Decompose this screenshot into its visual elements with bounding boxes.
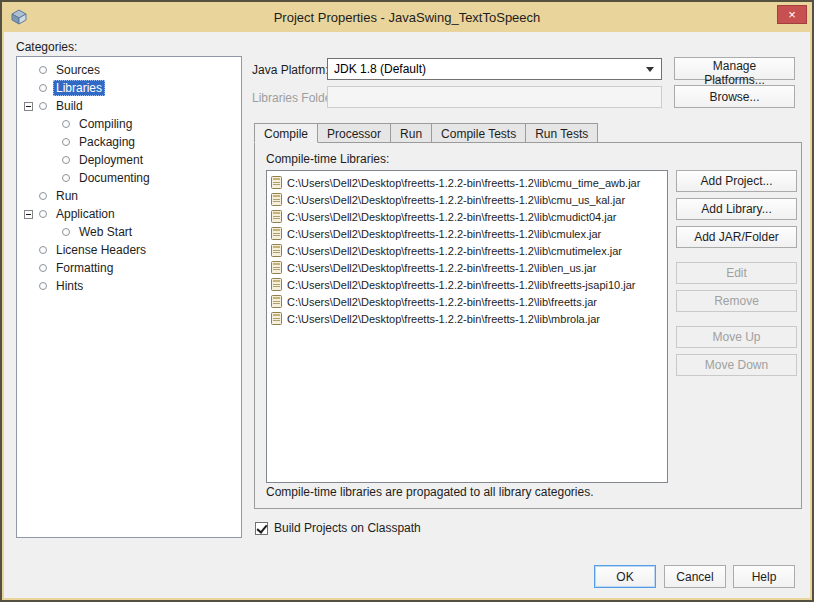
- category-tree-item[interactable]: Build: [17, 97, 241, 115]
- library-list-item[interactable]: C:\Users\Dell2\Desktop\freetts-1.2.2-bin…: [267, 276, 667, 293]
- library-list-item[interactable]: C:\Users\Dell2\Desktop\freetts-1.2.2-bin…: [267, 208, 667, 225]
- libraries-propagation-note: Compile-time libraries are propagated to…: [266, 485, 593, 499]
- close-icon[interactable]: ×: [777, 5, 807, 24]
- category-tree-item[interactable]: Web Start: [17, 223, 241, 241]
- library-list-item[interactable]: C:\Users\Dell2\Desktop\freetts-1.2.2-bin…: [267, 191, 667, 208]
- category-item-label: Formatting: [53, 260, 116, 276]
- jar-file-icon: [271, 193, 282, 206]
- library-action-button: Edit: [676, 262, 797, 284]
- categories-tree[interactable]: Sources Libraries Build Compiling Packag…: [16, 56, 242, 538]
- java-platform-label: Java Platform:: [252, 63, 329, 77]
- library-tab[interactable]: Run: [391, 123, 432, 143]
- category-item-label: Compiling: [76, 116, 135, 132]
- category-tree-item[interactable]: Libraries: [17, 79, 241, 97]
- jar-file-icon: [271, 227, 282, 240]
- tab-label: Run: [400, 127, 422, 141]
- tree-expander-minus-icon[interactable]: [24, 210, 33, 219]
- library-list-item[interactable]: C:\Users\Dell2\Desktop\freetts-1.2.2-bin…: [267, 259, 667, 276]
- tab-label: Run Tests: [535, 127, 588, 141]
- jar-file-icon: [271, 244, 282, 257]
- help-button[interactable]: Help: [733, 565, 795, 588]
- category-item-label: Run: [53, 188, 81, 204]
- library-tab[interactable]: Compile Tests: [432, 123, 526, 143]
- chevron-down-icon: [646, 67, 654, 72]
- library-list-item[interactable]: C:\Users\Dell2\Desktop\freetts-1.2.2-bin…: [267, 242, 667, 259]
- category-item-label: Application: [53, 206, 118, 222]
- category-item-label: Documenting: [76, 170, 153, 186]
- category-item-label: Sources: [53, 62, 103, 78]
- category-node-icon: [39, 246, 47, 254]
- library-action-button[interactable]: Add Library...: [676, 198, 797, 220]
- netbeans-logo-icon[interactable]: [11, 9, 27, 25]
- libraries-folder-label: Libraries Folder:: [252, 91, 339, 105]
- category-tree-item[interactable]: Deployment: [17, 151, 241, 169]
- category-node-icon: [39, 102, 47, 110]
- category-node-icon: [39, 264, 47, 272]
- build-projects-on-classpath-row[interactable]: Build Projects on Classpath: [255, 521, 421, 535]
- java-platform-select[interactable]: JDK 1.8 (Default): [327, 58, 662, 80]
- jar-path-text: C:\Users\Dell2\Desktop\freetts-1.2.2-bin…: [287, 296, 597, 308]
- category-item-label: Hints: [53, 278, 86, 294]
- jar-path-text: C:\Users\Dell2\Desktop\freetts-1.2.2-bin…: [287, 177, 640, 189]
- category-tree-item[interactable]: License Headers: [17, 241, 241, 259]
- category-node-icon: [62, 174, 70, 182]
- browse-button[interactable]: Browse...: [674, 85, 795, 108]
- project-properties-dialog: Project Properties - JavaSwing_TextToSpe…: [0, 0, 814, 602]
- cancel-button[interactable]: Cancel: [664, 565, 726, 588]
- window-title: Project Properties - JavaSwing_TextToSpe…: [2, 10, 812, 25]
- category-item-label: Libraries: [53, 80, 105, 96]
- checkbox-checked-icon[interactable]: [255, 522, 268, 535]
- library-list-item[interactable]: C:\Users\Dell2\Desktop\freetts-1.2.2-bin…: [267, 310, 667, 327]
- category-node-icon: [39, 192, 47, 200]
- category-node-icon: [62, 156, 70, 164]
- jar-path-text: C:\Users\Dell2\Desktop\freetts-1.2.2-bin…: [287, 245, 622, 257]
- category-tree-item[interactable]: Hints: [17, 277, 241, 295]
- library-action-buttons: Add Project... Add Library... Add JAR/Fo…: [676, 170, 797, 382]
- tree-expander-minus-icon[interactable]: [24, 102, 33, 111]
- library-action-button: Remove: [676, 290, 797, 312]
- library-action-button[interactable]: Add Project...: [676, 170, 797, 192]
- titlebar[interactable]: Project Properties - JavaSwing_TextToSpe…: [2, 2, 812, 32]
- library-tab[interactable]: Processor: [318, 123, 391, 143]
- compile-libraries-list[interactable]: C:\Users\Dell2\Desktop\freetts-1.2.2-bin…: [266, 170, 668, 483]
- jar-path-text: C:\Users\Dell2\Desktop\freetts-1.2.2-bin…: [287, 279, 635, 291]
- category-tree-item[interactable]: Packaging: [17, 133, 241, 151]
- manage-platforms-button[interactable]: Manage Platforms...: [674, 57, 795, 80]
- ok-button[interactable]: OK: [594, 565, 656, 588]
- library-action-button: Move Down: [676, 354, 797, 376]
- compile-tab-panel: Compile-time Libraries: C:\Users\Dell2\D…: [254, 142, 802, 509]
- category-tree-item[interactable]: Sources: [17, 61, 241, 79]
- category-node-icon: [39, 84, 47, 92]
- category-node-icon: [39, 210, 47, 218]
- jar-file-icon: [271, 261, 282, 274]
- categories-label: Categories:: [16, 40, 77, 54]
- category-tree-item[interactable]: Formatting: [17, 259, 241, 277]
- library-list-item[interactable]: C:\Users\Dell2\Desktop\freetts-1.2.2-bin…: [267, 174, 667, 191]
- category-tree-item[interactable]: Compiling: [17, 115, 241, 133]
- category-node-icon: [62, 228, 70, 236]
- library-list-item[interactable]: C:\Users\Dell2\Desktop\freetts-1.2.2-bin…: [267, 293, 667, 310]
- category-tree-item[interactable]: Run: [17, 187, 241, 205]
- jar-file-icon: [271, 210, 282, 223]
- category-tree-item[interactable]: Application: [17, 205, 241, 223]
- library-list-item[interactable]: C:\Users\Dell2\Desktop\freetts-1.2.2-bin…: [267, 225, 667, 242]
- library-tab[interactable]: Run Tests: [526, 123, 598, 143]
- jar-file-icon: [271, 176, 282, 189]
- category-node-icon: [39, 66, 47, 74]
- libraries-folder-input: [327, 86, 662, 108]
- jar-file-icon: [271, 295, 282, 308]
- category-tree-item[interactable]: Documenting: [17, 169, 241, 187]
- java-platform-value: JDK 1.8 (Default): [334, 62, 426, 76]
- library-category-tabs: Compile Processor Run Compile Tests Run …: [254, 123, 598, 143]
- category-item-label: License Headers: [53, 242, 149, 258]
- category-item-label: Build: [53, 98, 86, 114]
- library-action-button[interactable]: Add JAR/Folder: [676, 226, 797, 248]
- jar-file-icon: [271, 312, 282, 325]
- jar-path-text: C:\Users\Dell2\Desktop\freetts-1.2.2-bin…: [287, 194, 625, 206]
- tab-label: Processor: [327, 127, 381, 141]
- library-action-button: Move Up: [676, 326, 797, 348]
- category-item-label: Deployment: [76, 152, 146, 168]
- category-item-label: Web Start: [76, 224, 135, 240]
- library-tab[interactable]: Compile: [254, 123, 318, 143]
- category-node-icon: [62, 120, 70, 128]
